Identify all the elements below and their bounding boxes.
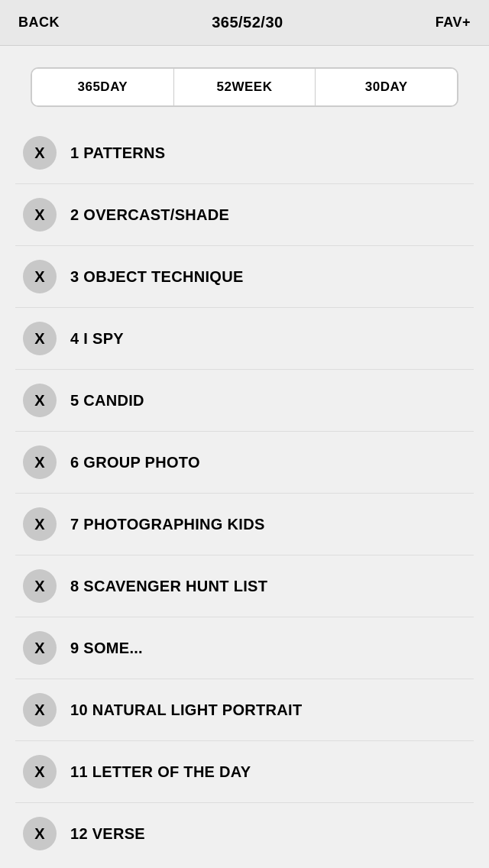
x-button-4[interactable]: X [23,322,57,355]
list-label-3: 3 OBJECT TECHNIQUE [70,268,244,286]
tab-365day[interactable]: 365DAY [32,69,174,105]
list-label-4: 4 I SPY [70,330,124,348]
x-button-7[interactable]: X [23,507,57,541]
x-button-2[interactable]: X [23,198,57,232]
list-item: X1 PATTERNS [15,122,474,184]
header-title: 365/52/30 [212,14,283,31]
list-item: X11 LETTER OF THE DAY [15,741,474,803]
x-button-5[interactable]: X [23,384,57,417]
list-item: X12 VERSE [15,803,474,864]
list-item: X10 NATURAL LIGHT PORTRAIT [15,679,474,741]
x-button-12[interactable]: X [23,817,57,850]
x-button-11[interactable]: X [23,755,57,789]
list-item: X8 SCAVENGER HUNT LIST [15,555,474,617]
list-label-6: 6 GROUP PHOTO [70,454,200,471]
x-button-1[interactable]: X [23,136,57,170]
list-label-8: 8 SCAVENGER HUNT LIST [70,578,267,595]
list-label-10: 10 NATURAL LIGHT PORTRAIT [70,701,302,719]
x-button-8[interactable]: X [23,569,57,603]
fav-button[interactable]: FAV+ [436,15,471,31]
list-label-2: 2 OVERCAST/SHADE [70,206,229,224]
list-label-11: 11 LETTER OF THE DAY [70,763,251,781]
list-label-9: 9 SOME... [70,640,143,657]
list-item: X6 GROUP PHOTO [15,432,474,494]
list-item: X7 PHOTOGRAPHING KIDS [15,494,474,555]
back-button[interactable]: BACK [18,15,60,31]
list-label-1: 1 PATTERNS [70,144,166,162]
x-button-9[interactable]: X [23,631,57,665]
tab-52week[interactable]: 52WEEK [174,69,316,105]
list-item: X3 OBJECT TECHNIQUE [15,246,474,308]
tab-30day[interactable]: 30DAY [316,69,457,105]
list-item: X9 SOME... [15,617,474,679]
challenge-list: X1 PATTERNSX2 OVERCAST/SHADEX3 OBJECT TE… [0,122,489,864]
list-item: X4 I SPY [15,308,474,370]
x-button-6[interactable]: X [23,445,57,479]
list-item: X2 OVERCAST/SHADE [15,184,474,246]
x-button-10[interactable]: X [23,693,57,727]
list-label-7: 7 PHOTOGRAPHING KIDS [70,516,265,533]
x-button-3[interactable]: X [23,260,57,293]
list-label-5: 5 CANDID [70,392,144,410]
tab-bar: 365DAY 52WEEK 30DAY [31,67,458,107]
header: BACK 365/52/30 FAV+ [0,0,489,46]
list-label-12: 12 VERSE [70,825,145,843]
list-item: X5 CANDID [15,370,474,432]
